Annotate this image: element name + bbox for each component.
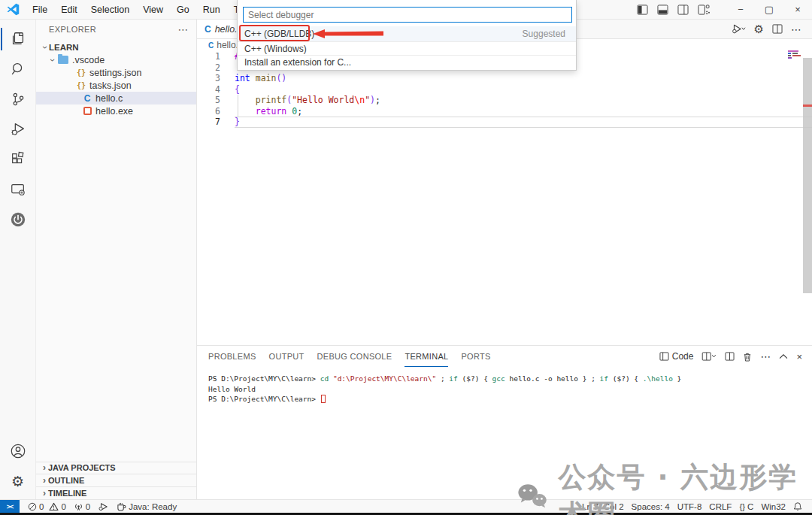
launch-profile-icon[interactable] bbox=[701, 352, 717, 361]
chevron-down-icon: › bbox=[40, 44, 50, 51]
tree-folder-vscode[interactable]: › .vscode bbox=[36, 53, 196, 66]
file-label: hello.exe bbox=[95, 106, 133, 117]
suggested-badge: Suggested bbox=[523, 29, 565, 39]
panel-tab-problems[interactable]: PROBLEMS bbox=[208, 346, 256, 367]
tree-file-settings[interactable]: {} settings.json bbox=[36, 66, 196, 79]
panel-tab-ports[interactable]: PORTS bbox=[461, 346, 490, 367]
kill-terminal-icon[interactable] bbox=[743, 352, 752, 362]
menu-run[interactable]: Run bbox=[196, 0, 227, 19]
activitybar-explorer[interactable] bbox=[1, 24, 35, 54]
search-icon bbox=[10, 61, 26, 77]
line-number: 5 bbox=[197, 95, 235, 106]
run-debug-dropdown-icon[interactable] bbox=[732, 23, 746, 35]
panel-tab-output[interactable]: OUTPUT bbox=[269, 346, 304, 367]
warning-icon bbox=[49, 502, 59, 511]
activitybar-source-control[interactable] bbox=[1, 84, 35, 114]
code-line-6[interactable]: 6 return 0; bbox=[197, 106, 812, 117]
menu-file[interactable]: File bbox=[26, 0, 54, 19]
menu-edit[interactable]: Edit bbox=[54, 0, 84, 19]
ports-count: 0 bbox=[86, 502, 90, 511]
activitybar-extensions[interactable] bbox=[1, 144, 35, 174]
json-icon: {} bbox=[75, 81, 87, 89]
menu-view[interactable]: View bbox=[136, 0, 170, 19]
line-number: 4 bbox=[197, 84, 235, 95]
ports-status[interactable]: 0 bbox=[70, 502, 94, 511]
explorer-more-icon[interactable]: ⋯ bbox=[178, 23, 189, 35]
gear-icon[interactable]: ⚙ bbox=[754, 23, 764, 35]
customize-layout-icon[interactable] bbox=[698, 5, 710, 15]
file-label: hello.c bbox=[95, 93, 123, 104]
panel-header: PROBLEMSOUTPUTDEBUG CONSOLETERMINALPORTS… bbox=[197, 346, 812, 367]
code-line-content: } bbox=[235, 117, 812, 128]
debug-status[interactable] bbox=[94, 502, 113, 511]
chevron-right-icon: › bbox=[41, 475, 48, 486]
editor-scrollbar[interactable] bbox=[803, 58, 812, 293]
remote-indicator[interactable]: >< bbox=[0, 500, 20, 513]
tree-file-hello-c[interactable]: C hello.c bbox=[36, 92, 196, 105]
code-line-3[interactable]: 3int main() bbox=[197, 73, 812, 84]
terminal-instance[interactable]: Code bbox=[659, 351, 694, 362]
broadcast-icon bbox=[74, 502, 83, 511]
activitybar-remote-explorer[interactable] bbox=[1, 174, 35, 204]
wechat-icon bbox=[516, 480, 548, 512]
tree-file-tasks[interactable]: {} tasks.json bbox=[36, 79, 196, 92]
code-line-4[interactable]: 4{ bbox=[197, 84, 812, 95]
code-line-content: printf("Hello World\n"); bbox=[235, 95, 812, 106]
account-icon bbox=[10, 443, 26, 459]
json-icon: {} bbox=[75, 68, 87, 77]
more-actions-icon[interactable]: ⋯ bbox=[791, 23, 801, 35]
close-panel-icon[interactable]: × bbox=[796, 351, 802, 362]
c-file-icon: C bbox=[205, 24, 211, 35]
run-debug-small-icon bbox=[98, 502, 109, 511]
remote-icon: >< bbox=[7, 503, 14, 510]
quickpick-item-windows[interactable]: C++ (Windows) bbox=[238, 41, 576, 55]
split-terminal-icon[interactable] bbox=[725, 352, 735, 361]
run-debug-icon bbox=[10, 121, 26, 138]
problems-status[interactable]: 0 0 bbox=[24, 502, 70, 511]
error-count: 0 bbox=[39, 502, 44, 511]
panel-tab-terminal[interactable]: TERMINAL bbox=[404, 346, 448, 367]
terminal-line-3: PS D:\Project\MY\C\learn> bbox=[208, 394, 812, 404]
quickpick-item-install-extension[interactable]: Install an extension for C... bbox=[238, 55, 576, 68]
toggle-sidebar-icon[interactable] bbox=[637, 5, 648, 15]
code-line-7[interactable]: 7} bbox=[197, 117, 812, 128]
terminal-cursor bbox=[321, 395, 326, 403]
menu-selection[interactable]: Selection bbox=[84, 0, 136, 19]
extensions-icon bbox=[10, 151, 26, 168]
settings-button[interactable]: ⚙ bbox=[1, 466, 35, 496]
coffee-icon bbox=[117, 502, 126, 511]
split-editor-icon[interactable] bbox=[772, 24, 783, 34]
remote-explorer-icon bbox=[10, 181, 26, 198]
menu-go[interactable]: Go bbox=[170, 0, 196, 19]
section-outline[interactable]: ›OUTLINE bbox=[36, 474, 196, 487]
section-timeline[interactable]: ›TIMELINE bbox=[36, 487, 196, 500]
terminal-output[interactable]: PS D:\Project\MY\C\learn> cd "d:\Project… bbox=[197, 367, 812, 404]
section-java-projects[interactable]: ›JAVA PROJECTS bbox=[36, 462, 196, 475]
code-line-content: { bbox=[235, 84, 812, 95]
java-status-label: Java: Ready bbox=[129, 502, 177, 511]
restore-button[interactable]: ▢ bbox=[755, 0, 783, 19]
close-button[interactable]: × bbox=[783, 0, 812, 19]
activitybar-spring-boot[interactable] bbox=[1, 204, 35, 235]
line-number: 3 bbox=[197, 73, 235, 84]
panel-tab-debug-console[interactable]: DEBUG CONSOLE bbox=[317, 346, 392, 367]
tree-root-learn[interactable]: › LEARN bbox=[36, 41, 196, 53]
debugger-search-input[interactable] bbox=[243, 7, 572, 23]
activitybar-run-debug[interactable] bbox=[1, 114, 35, 144]
tree-file-hello-exe[interactable]: hello.exe bbox=[36, 105, 196, 117]
panel-more-icon[interactable]: ⋯ bbox=[760, 350, 771, 362]
quickpick-item-gdb-lldb[interactable]: C++ (GDB/LLDB) Suggested bbox=[238, 26, 576, 41]
account-button[interactable] bbox=[1, 436, 35, 466]
code-line-content: return 0; bbox=[235, 106, 812, 117]
maximize-panel-icon[interactable] bbox=[779, 353, 788, 359]
toggle-panel-icon[interactable] bbox=[657, 5, 668, 15]
chevron-right-icon: › bbox=[41, 462, 48, 473]
java-status[interactable]: Java: Ready bbox=[113, 502, 180, 511]
explorer-icon bbox=[10, 31, 26, 47]
activitybar-search[interactable] bbox=[1, 54, 35, 84]
minimap[interactable] bbox=[788, 50, 801, 59]
watermark-text: 公众号 · 六边形学术圈 bbox=[559, 459, 812, 515]
minimize-button[interactable]: − bbox=[726, 0, 755, 19]
code-line-5[interactable]: 5 printf("Hello World\n"); bbox=[197, 95, 812, 106]
toggle-secondary-sidebar-icon[interactable] bbox=[677, 5, 689, 15]
